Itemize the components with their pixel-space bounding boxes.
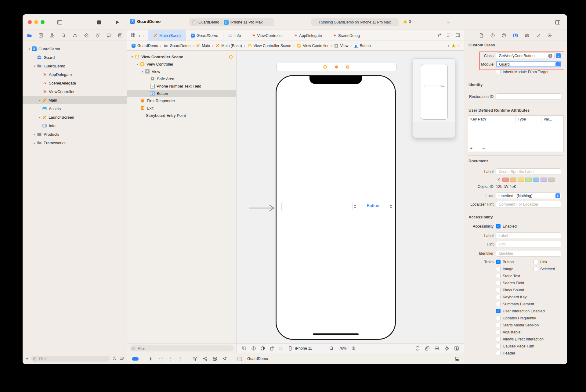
appearance-toggle-icon[interactable] xyxy=(260,346,265,351)
outline-item[interactable]: →Storyboard Entry Point xyxy=(127,112,236,119)
tree-item-group[interactable]: ▸Products xyxy=(23,130,127,138)
color-swatch-red[interactable] xyxy=(502,178,509,182)
trait-static-text-checkbox[interactable] xyxy=(496,274,501,278)
tree-item-group[interactable]: ▸Frameworks xyxy=(23,138,127,147)
navigator-filter-input[interactable] xyxy=(38,357,108,361)
jump-item[interactable]: View xyxy=(340,44,349,48)
run-button[interactable] xyxy=(114,19,121,26)
outline-item[interactable]: ▾View xyxy=(127,68,236,75)
jump-item[interactable]: Main xyxy=(202,44,210,48)
accessibility-identifier-field[interactable] xyxy=(496,250,561,257)
module-field[interactable]: ⌄ xyxy=(496,61,561,67)
add-remove-attribute-buttons[interactable]: + − xyxy=(470,146,489,151)
selection-handle[interactable] xyxy=(390,205,392,208)
back-button[interactable]: ‹ xyxy=(139,33,140,38)
trait-summary-element-checkbox[interactable] xyxy=(496,302,501,306)
navigator-filter-field[interactable] xyxy=(31,356,110,362)
tree-item[interactable]: Info xyxy=(23,121,127,130)
outline-item[interactable]: ▾View Controller xyxy=(127,60,236,68)
jump-item[interactable]: Main (Base) xyxy=(221,44,242,48)
view-controller-icon[interactable] xyxy=(323,65,327,69)
jump-item[interactable]: GuardDemo xyxy=(170,44,190,48)
size-inspector-icon[interactable] xyxy=(536,33,541,38)
no-color-button[interactable]: ✕ xyxy=(497,177,501,182)
trait-header-checkbox[interactable] xyxy=(496,351,501,355)
add-constraints-icon[interactable] xyxy=(444,346,449,351)
add-file-button[interactable]: + xyxy=(26,356,28,361)
selection-handle[interactable] xyxy=(354,210,356,212)
first-responder-icon[interactable] xyxy=(335,65,338,69)
trait-selected-checkbox[interactable] xyxy=(534,267,538,271)
search-icon[interactable] xyxy=(61,33,66,38)
minimize-window-button[interactable] xyxy=(34,20,38,24)
project-navigator-icon[interactable] xyxy=(27,33,32,38)
outline-item[interactable]: Exit xyxy=(127,104,236,112)
trait-link-checkbox[interactable] xyxy=(534,260,538,264)
file-inspector-icon[interactable] xyxy=(479,33,484,38)
previous-issue-button[interactable]: ‹ xyxy=(448,43,449,48)
zoom-level[interactable]: 76% xyxy=(339,346,346,351)
color-swatch-green[interactable] xyxy=(525,178,532,182)
trait-button-checkbox[interactable] xyxy=(496,260,501,264)
memory-graph-icon[interactable] xyxy=(203,356,208,361)
accessibility-identifier-input[interactable] xyxy=(498,251,559,256)
tab-scenedelegate[interactable]: SceneDeleg xyxy=(327,30,365,41)
add-editor-icon[interactable] xyxy=(455,33,460,38)
phone-number-text-field[interactable] xyxy=(281,202,353,211)
navigator-sidebar-toggle-icon[interactable] xyxy=(56,19,63,26)
accessibility-hint-input[interactable] xyxy=(498,242,559,247)
console-toggle-icon[interactable] xyxy=(455,356,460,361)
tree-item-project[interactable]: ▾GuardDemo xyxy=(23,45,127,53)
jump-item[interactable]: GuardDemo xyxy=(137,44,158,48)
debug-process-name[interactable]: GuardDemo xyxy=(247,357,268,361)
tree-item[interactable]: ViewController xyxy=(23,87,127,96)
update-frames-icon[interactable] xyxy=(415,346,420,351)
jump-item[interactable]: View Controller xyxy=(303,44,329,48)
document-label-field[interactable] xyxy=(496,168,561,175)
align-icon[interactable] xyxy=(435,346,440,351)
color-swatch-yellow[interactable] xyxy=(518,178,524,182)
accessibility-enabled-checkbox[interactable] xyxy=(496,224,501,228)
outline-filter-field[interactable] xyxy=(130,345,234,351)
selection-handle[interactable] xyxy=(354,205,356,208)
device-name[interactable]: iPhone 11 xyxy=(295,346,312,351)
device-icon[interactable] xyxy=(288,346,293,351)
outline-toggle-icon[interactable] xyxy=(241,346,246,351)
selection-handle[interactable] xyxy=(354,201,356,203)
tab-info[interactable]: Info xyxy=(223,30,246,41)
selection-handle[interactable] xyxy=(372,210,374,212)
code-review-icon[interactable] xyxy=(437,33,442,38)
scene-header-bar[interactable] xyxy=(276,63,397,71)
accessibility-hint-field[interactable] xyxy=(496,241,561,247)
selection-handle[interactable] xyxy=(372,201,374,203)
trait-plays-sound-checkbox[interactable] xyxy=(496,288,501,292)
selection-handle[interactable] xyxy=(390,210,392,212)
forward-button[interactable]: › xyxy=(143,33,145,38)
interface-builder-canvas[interactable]: Button Button xyxy=(237,51,464,353)
color-swatch-orange[interactable] xyxy=(510,178,516,182)
jump-to-class-button[interactable]: ➔ xyxy=(548,54,552,58)
close-window-button[interactable] xyxy=(28,20,32,24)
issue-navigator-icon[interactable] xyxy=(73,33,78,38)
outline-filter-input[interactable] xyxy=(137,346,232,351)
tree-item-group[interactable]: ▾GuardDemo xyxy=(23,62,127,70)
tree-item[interactable]: ▸LaunchScreen xyxy=(23,113,127,121)
resolve-autolayout-icon[interactable] xyxy=(454,346,459,351)
tree-item[interactable]: Guard xyxy=(23,53,127,62)
help-inspector-icon[interactable] xyxy=(501,33,506,38)
zoom-out-icon[interactable] xyxy=(329,346,334,351)
class-input[interactable] xyxy=(498,53,548,58)
tree-item-selected[interactable]: ▸Main xyxy=(23,96,127,104)
stop-button[interactable] xyxy=(96,19,102,26)
zoom-window-button[interactable] xyxy=(41,20,45,24)
next-issue-button[interactable]: › xyxy=(458,43,460,48)
color-swatch-purple[interactable] xyxy=(541,178,547,182)
simulate-location-icon[interactable] xyxy=(222,356,227,361)
outline-item[interactable]: FPhone Number Text Field xyxy=(127,82,236,90)
module-dropdown-button[interactable]: ⌄ xyxy=(555,62,560,66)
trait-search-field-checkbox[interactable] xyxy=(496,281,501,285)
related-items-icon[interactable] xyxy=(131,33,136,38)
lock-dropdown[interactable]: Inherited - (Nothing) ▲▼ xyxy=(496,192,561,199)
outline-item-selected[interactable]: BButton xyxy=(127,90,236,97)
outline-item[interactable]: Safe Area xyxy=(127,75,236,82)
